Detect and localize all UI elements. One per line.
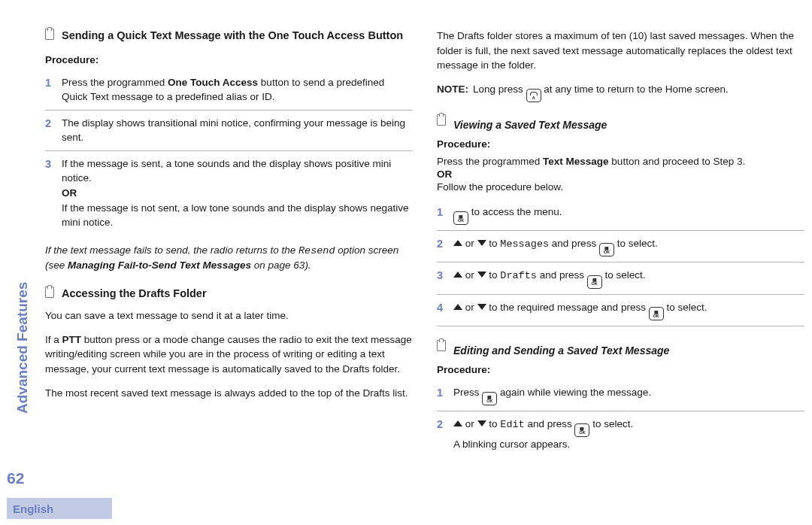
text: A blinking cursor appears. xyxy=(453,437,804,452)
step-item: 3 If the message is sent, a tone sounds … xyxy=(45,150,413,235)
subsection-heading: Viewing a Saved Text Message xyxy=(453,119,607,131)
section-heading: Accessing the Drafts Folder xyxy=(62,287,207,302)
text: to access the menu. xyxy=(468,206,562,217)
heading-row: Sending a Quick Text Message with the On… xyxy=(45,29,413,51)
down-arrow-icon xyxy=(477,272,486,278)
down-arrow-icon xyxy=(477,240,486,246)
ok-key-icon: ▦OK xyxy=(453,211,468,225)
step-number: 3 xyxy=(437,268,446,284)
section-heading: Sending a Quick Text Message with the On… xyxy=(62,29,403,44)
step-item: 4 or to the required message and press ▦… xyxy=(437,294,804,326)
step-body: Press ▦OK again while viewing the messag… xyxy=(453,385,804,405)
step-item: 1 Press ▦OK again while viewing the mess… xyxy=(437,380,804,411)
note-block: NOTE: Long press A at any time to return… xyxy=(437,82,804,102)
text: Press the programmed xyxy=(62,77,168,88)
text-bold: Text Message xyxy=(543,156,609,167)
step-number: 2 xyxy=(437,236,446,252)
text-mono: Drafts xyxy=(500,270,537,281)
text: to select. xyxy=(602,269,646,281)
step-item: 1 Press the programmed One Touch Access … xyxy=(45,70,413,110)
ok-key-icon: ▦OK xyxy=(482,392,497,405)
subsection-heading: Editing and Sending a Saved Text Message xyxy=(453,344,669,357)
step-body: The display shows transitional mini noti… xyxy=(62,116,413,145)
step-item: 2 The display shows transitional mini no… xyxy=(45,110,413,150)
text: button and proceed to Step 3. xyxy=(609,156,746,167)
paragraph: If a PTT button press or a mode change c… xyxy=(45,332,413,377)
procedure-label: Procedure: xyxy=(45,54,413,65)
text: If a xyxy=(45,334,62,345)
clipboard-icon xyxy=(437,340,446,351)
text: to select. xyxy=(614,238,658,249)
step-number: 1 xyxy=(437,385,446,401)
text: at any time to return to the Home screen… xyxy=(544,83,728,95)
procedure-label: Procedure: xyxy=(437,138,804,150)
content-columns: Sending a Quick Text Message with the On… xyxy=(45,29,804,495)
text-bold: PTT xyxy=(62,334,82,345)
text: and press xyxy=(549,238,599,249)
right-column: The Drafts folder stores a maximum of te… xyxy=(437,29,804,495)
step-body: or to the required message and press ▦OK… xyxy=(453,300,804,320)
note-label: NOTE: xyxy=(437,82,468,102)
text: Press the programmed xyxy=(437,156,543,167)
paragraph: The most recent saved text message is al… xyxy=(45,386,413,401)
text: and press xyxy=(537,269,587,281)
clipboard-icon xyxy=(437,114,446,126)
step-item: 2 or to Messages and press ▦OK to select… xyxy=(437,230,804,262)
page-number: 62 xyxy=(7,469,24,487)
procedure-steps: 1 Press the programmed One Touch Access … xyxy=(45,70,413,235)
step-number: 1 xyxy=(45,75,54,91)
language-bar: English xyxy=(7,498,112,519)
text-bold: One Touch Access xyxy=(168,77,258,88)
text: to xyxy=(486,269,501,281)
down-arrow-icon xyxy=(477,420,486,426)
paragraph: You can save a text message to send it a… xyxy=(45,308,413,323)
ok-key-icon: ▦OK xyxy=(599,243,614,256)
ok-key-icon: ▦OK xyxy=(574,423,589,437)
text: Long press xyxy=(473,83,526,95)
text: to the required message and press xyxy=(486,302,649,313)
heading-row: Accessing the Drafts Folder xyxy=(45,287,413,309)
down-arrow-icon xyxy=(477,304,486,310)
procedure-steps: 1 ▦OK to access the menu. 2 or to Messag… xyxy=(437,199,804,326)
step-number: 4 xyxy=(437,300,446,316)
paragraph: The Drafts folder stores a maximum of te… xyxy=(437,29,804,73)
step-item: 2 or to Edit and press ▦OK to select. A … xyxy=(437,411,804,457)
text: to xyxy=(486,238,501,249)
ok-key-icon: ▦OK xyxy=(649,307,664,320)
up-arrow-icon xyxy=(453,420,462,426)
text: on page 63). xyxy=(251,259,311,271)
step-body: or to Drafts and press ▦OK to select. xyxy=(453,268,804,288)
step-body: or to Edit and press ▦OK to select. A bl… xyxy=(453,417,804,452)
text: and press xyxy=(525,418,575,429)
step-body: ▦OK to access the menu. xyxy=(453,205,804,225)
subheading-row: Viewing a Saved Text Message xyxy=(437,114,804,135)
text-mono: Resend xyxy=(298,245,335,256)
side-rail: Advanced Features xyxy=(7,0,34,525)
step-number: 1 xyxy=(437,205,446,220)
text: again while viewing the message. xyxy=(497,387,651,398)
document-page: Advanced Features 62 English Sending a Q… xyxy=(0,0,812,525)
left-column: Sending a Quick Text Message with the On… xyxy=(45,29,413,495)
step-body: Press the programmed One Touch Access bu… xyxy=(62,75,413,105)
step-number: 2 xyxy=(45,116,54,132)
text: If the message is sent, a tone sounds an… xyxy=(62,156,413,186)
language-label: English xyxy=(13,502,53,515)
text: button press or a mode change causes the… xyxy=(45,334,412,375)
text: to select. xyxy=(589,418,633,429)
step-number: 2 xyxy=(437,417,446,432)
ok-key-icon: ▦OK xyxy=(587,275,602,289)
text: If the text message fails to send, the r… xyxy=(45,244,298,256)
up-arrow-icon xyxy=(453,272,462,278)
text: to xyxy=(486,418,501,429)
up-arrow-icon xyxy=(453,304,462,310)
procedure-steps: 1 Press ▦OK again while viewing the mess… xyxy=(437,380,804,457)
clipboard-icon xyxy=(45,29,54,40)
subheading-row: Editing and Sending a Saved Text Message xyxy=(437,340,804,361)
clipboard-icon xyxy=(45,287,54,298)
step-body: or to Messages and press ▦OK to select. xyxy=(453,236,804,256)
or-label: OR xyxy=(437,168,804,180)
intro-text: Press the programmed Text Message button… xyxy=(437,154,804,169)
procedure-label: Procedure: xyxy=(437,364,804,375)
step-body: If the message is sent, a tone sounds an… xyxy=(62,156,413,230)
text: If the message is not sent, a low tone s… xyxy=(62,201,413,230)
